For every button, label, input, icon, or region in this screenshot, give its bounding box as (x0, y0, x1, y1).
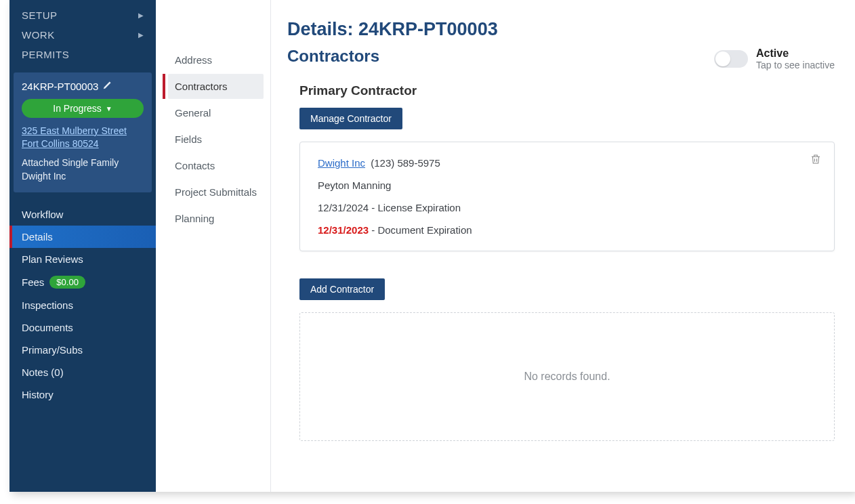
nav-fees[interactable]: Fees $0.00 (9, 270, 156, 294)
primary-contractor-card: Dwight Inc (123) 589-5975 Peyton Manning… (299, 142, 835, 251)
nav-plan-reviews-label: Plan Reviews (22, 253, 83, 265)
nav-work[interactable]: WORK ▶ (9, 25, 156, 45)
subnav-planning[interactable]: Planning (168, 206, 264, 231)
toggle-knob (715, 51, 730, 66)
permit-type: Attached Single Family (22, 156, 144, 169)
top-nav: SETUP ▶ WORK ▶ PERMITS (9, 0, 156, 68)
document-expiration-label: - Document Expiration (369, 224, 472, 236)
chevron-right-icon: ▶ (138, 31, 144, 39)
status-dropdown[interactable]: In Progress ▼ (22, 99, 144, 118)
subnav-fields-label: Fields (175, 133, 202, 145)
nav-inspections[interactable]: Inspections (9, 294, 156, 316)
nav-fees-label: Fees (22, 276, 44, 288)
subnav-contractors[interactable]: Contractors (168, 74, 264, 99)
nav-documents-label: Documents (22, 322, 73, 333)
edit-icon[interactable] (102, 81, 112, 92)
chevron-right-icon: ▶ (138, 12, 144, 19)
add-contractor-button[interactable]: Add Contractor (299, 278, 385, 300)
subnav-contacts[interactable]: Contacts (168, 153, 264, 178)
permit-address-link[interactable]: 325 East Mulberry Street Fort Collins 80… (22, 125, 144, 150)
toggle-label: Active (756, 47, 835, 60)
nav-workflow[interactable]: Workflow (9, 203, 156, 226)
license-expiration-label: - License Expiration (369, 202, 461, 213)
primary-contractor-heading: Primary Contractor (299, 83, 835, 98)
permit-summary-card: 24KRP-PT00003 In Progress ▼ 325 East Mul… (14, 72, 152, 192)
trash-icon (810, 153, 822, 165)
active-toggle[interactable] (714, 50, 748, 68)
subnav-project-submittals-label: Project Submittals (175, 186, 257, 198)
nav-permits[interactable]: PERMITS (9, 45, 156, 64)
subnav-general[interactable]: General (168, 100, 264, 125)
nav-primary-subs-label: Primary/Subs (22, 344, 83, 356)
nav-work-label: WORK (22, 29, 55, 41)
subnav-general-label: General (175, 107, 211, 119)
empty-message: No records found. (524, 371, 610, 383)
main-content: Details: 24KRP-PT00003 Contractors Activ… (271, 0, 855, 492)
subnav-fields[interactable]: Fields (168, 127, 264, 152)
page-title-id: 24KRP-PT00003 (358, 19, 498, 39)
nav-permits-label: PERMITS (22, 49, 69, 60)
license-expiration-date: 12/31/2024 (318, 202, 369, 213)
contractor-phone: (123) 589-5975 (371, 157, 440, 169)
document-expiration-date: 12/31/2023 (318, 224, 369, 236)
left-sidebar: SETUP ▶ WORK ▶ PERMITS 24KRP-PT00003 In … (9, 0, 156, 492)
nav-history-label: History (22, 389, 54, 400)
page-title: Details: 24KRP-PT00003 (287, 0, 843, 47)
toggle-hint: Tap to see inactive (756, 60, 835, 70)
permit-contractor: Dwight Inc (22, 169, 144, 183)
nav-workflow-label: Workflow (22, 209, 63, 220)
nav-setup-label: SETUP (22, 9, 58, 21)
manage-contractor-button[interactable]: Manage Contractor (299, 108, 402, 129)
contractor-name-link[interactable]: Dwight Inc (318, 157, 365, 169)
nav-inspections-label: Inspections (22, 299, 73, 311)
subnav-address[interactable]: Address (168, 47, 264, 72)
nav-notes[interactable]: Notes (0) (9, 361, 156, 383)
additional-contractors-empty: No records found. (299, 312, 835, 441)
subnav-planning-label: Planning (175, 213, 214, 224)
subnav-address-label: Address (175, 54, 212, 66)
permit-id: 24KRP-PT00003 (22, 81, 98, 92)
nav-notes-label: Notes (0) (22, 366, 64, 378)
subnav-project-submittals[interactable]: Project Submittals (168, 180, 264, 205)
contractor-contact: Peyton Manning (318, 180, 816, 191)
delete-contractor-button[interactable] (810, 153, 822, 168)
content-scroll[interactable]: Contractors Active Tap to see inactive P… (287, 47, 843, 491)
nav-plan-reviews[interactable]: Plan Reviews (9, 248, 156, 270)
details-subnav: Address Contractors General Fields Conta… (156, 0, 271, 492)
status-label: In Progress (53, 103, 102, 114)
nav-details-label: Details (22, 231, 53, 243)
nav-setup[interactable]: SETUP ▶ (9, 5, 156, 25)
subnav-contacts-label: Contacts (175, 160, 215, 171)
nav-history[interactable]: History (9, 383, 156, 406)
nav-details[interactable]: Details (9, 226, 156, 248)
caret-down-icon: ▼ (106, 105, 112, 112)
fees-badge: $0.00 (49, 276, 85, 289)
nav-primary-subs[interactable]: Primary/Subs (9, 339, 156, 361)
section-title: Contractors (287, 47, 379, 66)
subnav-contractors-label: Contractors (175, 81, 228, 92)
permit-section-nav: Workflow Details Plan Reviews Fees $0.00… (9, 199, 156, 410)
page-title-prefix: Details: (287, 19, 358, 39)
nav-documents[interactable]: Documents (9, 316, 156, 339)
